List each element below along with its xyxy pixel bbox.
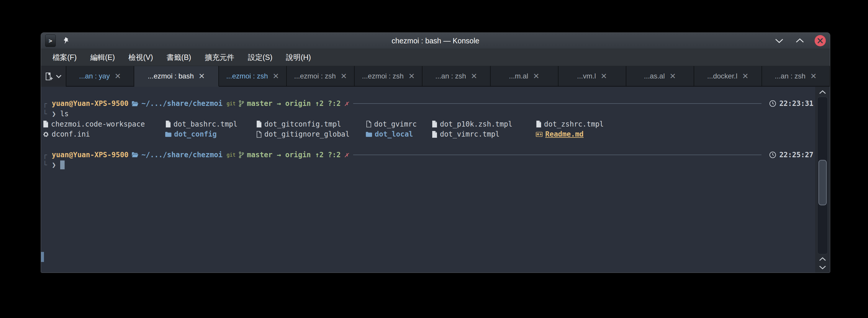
scroll-down-button[interactable] <box>819 263 827 272</box>
file-filled-icon <box>432 131 437 138</box>
tab-4[interactable]: ...ezmoi : zsh✕ <box>354 66 423 87</box>
prompt-path: ~/.../share/chezmoi <box>142 99 223 108</box>
folder-open-icon <box>132 101 139 106</box>
prompt-separator-line <box>353 155 762 155</box>
tab-label: ...ezmoi : zsh <box>294 72 336 80</box>
menu-item-3[interactable]: 書籤(B) <box>160 49 198 66</box>
prompt-frame-bottom: └ <box>43 110 47 118</box>
titlebar[interactable]: > chezmoi : bash — Konsole <box>41 33 830 49</box>
tab-close-icon[interactable]: ✕ <box>273 72 279 80</box>
tab-close-icon[interactable]: ✕ <box>115 72 121 80</box>
file-filled-icon <box>256 121 262 127</box>
tab-6[interactable]: ...m.al✕ <box>491 66 559 87</box>
tab-close-icon[interactable]: ✕ <box>408 72 415 80</box>
scroll-up-button-bottom[interactable] <box>819 255 827 263</box>
file-filled-icon <box>536 121 541 127</box>
ls-row-1: dconf.inidot_configdot_gitignore_globald… <box>43 129 813 139</box>
folder-icon <box>165 132 172 137</box>
tab-9[interactable]: ...docker.l✕ <box>694 66 762 87</box>
tab-close-icon[interactable]: ✕ <box>601 72 607 80</box>
tab-7[interactable]: ...vm.l✕ <box>559 66 626 87</box>
tab-close-icon[interactable]: ✕ <box>810 72 817 80</box>
tab-close-icon[interactable]: ✕ <box>533 72 539 80</box>
tab-close-icon[interactable]: ✕ <box>670 72 676 80</box>
clock-icon <box>769 151 776 158</box>
prompt-line: ┌yuan@Yuan-XPS-9500 ~/.../share/chezmoi … <box>43 150 813 160</box>
command-text: ls <box>60 110 69 118</box>
tab-10[interactable]: ...an : zsh✕ <box>762 66 830 87</box>
tab-0[interactable]: ...an : yay✕ <box>66 66 134 87</box>
ls-item-label: chezmoi.code-workspace <box>51 120 145 128</box>
tab-close-icon[interactable]: ✕ <box>340 72 347 80</box>
prompt-frame-top: ┌ <box>43 99 47 108</box>
ls-item-label: dot_gvimrc <box>374 120 417 128</box>
git-status: master → origin ↑2 ?:2 <box>247 99 341 108</box>
ls-item: dot_config <box>165 130 256 138</box>
command-line: └❯ls <box>43 109 813 119</box>
blank-line <box>43 139 813 150</box>
tab-label: ...an : zsh <box>435 72 466 80</box>
menu-item-0[interactable]: 檔案(F) <box>46 49 84 66</box>
ls-item: dot_gitconfig.tmpl <box>256 120 366 128</box>
konsole-app-icon: > <box>45 34 56 47</box>
tab-close-icon[interactable]: ✕ <box>742 72 748 80</box>
git-dirty-flag: ✗ <box>344 99 348 108</box>
prompt-separator-line <box>353 103 762 104</box>
maximize-button[interactable] <box>794 35 806 46</box>
menu-item-5[interactable]: 設定(S) <box>241 49 279 66</box>
tab-label: ...ezmoi : zsh <box>362 72 404 80</box>
menu-item-4[interactable]: 擴充元件 <box>198 49 241 66</box>
scrollbar-thumb[interactable] <box>818 160 827 205</box>
git-status: master → origin ↑2 ?:2 <box>247 151 341 159</box>
tab-3[interactable]: ...ezmoi : zsh✕ <box>287 66 354 87</box>
menu-item-1[interactable]: 編輯(E) <box>84 49 122 66</box>
new-tab-icon <box>45 71 54 82</box>
tab-label: ...ezmoi : zsh <box>226 72 268 80</box>
ls-item: dot_gvimrc <box>366 120 432 128</box>
tab-label: ...m.al <box>509 72 528 80</box>
ls-item-label: Readme.md <box>545 130 584 138</box>
tab-1[interactable]: ...ezmoi : bash✕ <box>134 66 219 87</box>
new-tab-button[interactable] <box>41 66 66 87</box>
ls-item: dot_p10k.zsh.tmpl <box>432 120 536 128</box>
tab-label: ...vm.l <box>577 72 596 80</box>
scroll-up-button[interactable] <box>819 88 827 96</box>
scrollbar-track[interactable] <box>817 97 828 254</box>
ls-item-label: dot_config <box>174 130 217 138</box>
chevron-up-icon <box>819 257 827 261</box>
ls-item-label: dot_zshrc.tmpl <box>544 120 603 128</box>
ls-item: dot_local <box>366 130 432 138</box>
prompt-frame-bottom: └ <box>43 161 47 169</box>
terminal-area[interactable]: ┌yuan@Yuan-XPS-9500 ~/.../share/chezmoi … <box>41 87 830 273</box>
ls-item-label: dot_vimrc.tmpl <box>440 130 499 138</box>
menu-item-2[interactable]: 檢視(V) <box>122 49 160 66</box>
prompt-timestamp: 22:23:31 <box>779 99 813 108</box>
tab-8[interactable]: ...as.al✕ <box>626 66 694 87</box>
chevron-down-icon <box>56 75 62 78</box>
tab-close-icon[interactable]: ✕ <box>471 72 477 80</box>
minimize-button[interactable] <box>773 35 785 46</box>
ls-item-label: dot_p10k.zsh.tmpl <box>440 120 513 128</box>
file-filled-icon <box>432 121 437 127</box>
prompt-user: yuan@Yuan-XPS-9500 <box>52 99 128 108</box>
tab-label: ...an : zsh <box>775 72 805 80</box>
file-outline-icon <box>366 121 371 127</box>
ls-item-label: dconf.ini <box>52 130 90 138</box>
scrollbar[interactable] <box>815 87 830 273</box>
ls-item: dconf.ini <box>43 130 165 138</box>
git-branch-icon <box>239 151 244 158</box>
file-filled-icon <box>165 121 171 127</box>
git-label: git <box>226 152 236 158</box>
menu-item-6[interactable]: 說明(H) <box>279 49 318 66</box>
close-button[interactable] <box>815 35 826 46</box>
terminal-content: ┌yuan@Yuan-XPS-9500 ~/.../share/chezmoi … <box>43 87 813 273</box>
gear-icon <box>43 131 49 137</box>
prompt-char: ❯ <box>52 110 56 118</box>
tab-close-icon[interactable]: ✕ <box>198 72 205 80</box>
tab-5[interactable]: ...an : zsh✕ <box>423 66 490 87</box>
file-filled-icon <box>43 121 49 127</box>
prompt-char: ❯ <box>52 161 56 169</box>
ls-item: dot_zshrc.tmpl <box>536 120 603 128</box>
tab-2[interactable]: ...ezmoi : zsh✕ <box>219 66 287 87</box>
ls-item: Readme.md <box>536 130 584 138</box>
